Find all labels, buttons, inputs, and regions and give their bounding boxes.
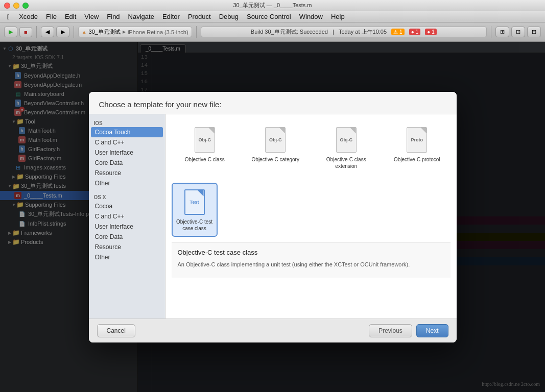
menu-source-control[interactable]: Source Control [243,13,295,20]
selected-template-name: Objective-C test case class [178,248,444,258]
view-toggle-right[interactable]: ⊟ [527,27,541,37]
device-name: iPhone Retina (3.5-inch) [128,29,188,35]
apple-menu[interactable]:  [2,13,15,21]
minimize-button[interactable] [13,3,19,9]
modal-sidebar-osx-c-cpp[interactable]: C and C++ [89,211,165,222]
modal-sidebar: iOS Cocoa Touch C and C++ User Interface… [89,114,165,318]
objc-category-icon: Obj-C [263,126,288,154]
next-button[interactable]: Next [416,324,448,337]
modal-overlay: Choose a template for your new file: iOS… [0,42,545,392]
menu-file[interactable]: File [42,13,61,20]
new-file-modal: Choose a template for your new file: iOS… [89,92,457,342]
selected-template-description: An Objective-C class implementing a unit… [178,260,444,269]
traffic-lights[interactable] [4,3,29,9]
modal-title: Choose a template for your new file: [99,100,446,109]
modal-sidebar-cocoa-touch[interactable]: Cocoa Touch [91,127,163,137]
template-objc-protocol[interactable]: Proto Objective-C protocol [384,120,451,175]
toolbar-separator-1 [36,26,37,38]
objc-extension-icon: Obj-C [334,126,359,154]
objc-test-label: Objective-C test case class [175,218,215,232]
objc-test-icon: Test [182,188,207,216]
objc-class-label: Objective-C class [185,156,225,163]
modal-sidebar-cocoa[interactable]: Cocoa [89,201,165,211]
title-bar: 30_单元测试 — _0____Tests.m [0,0,545,11]
modal-sidebar-user-interface[interactable]: User Interface [89,148,165,158]
template-objc-category[interactable]: Obj-C Objective-C category [242,120,309,175]
toolbar-separator-3 [196,26,197,38]
modal-sidebar-c-cpp[interactable]: C and C++ [89,137,165,148]
modal-sidebar-resource[interactable]: Resource [89,168,165,178]
template-objc-extension[interactable]: Obj-C Objective-C class extension [313,120,380,175]
menu-bar:  Xcode File Edit View Find Navigate Edi… [0,11,545,22]
template-grid: Obj-C Objective-C class Obj-C [172,120,451,175]
back-button[interactable]: ◀ [41,27,54,37]
menu-xcode[interactable]: Xcode [15,13,42,20]
modal-footer: Cancel Previous Next [89,318,457,342]
menu-edit[interactable]: Edit [61,13,80,20]
forward-button[interactable]: ▶ [56,27,69,37]
menu-window[interactable]: Window [295,13,327,20]
scheme-selector[interactable]: ▲ 30_单元测试 ▶ iPhone Retina (3.5-inch) [78,27,192,37]
previous-button[interactable]: Previous [369,324,412,337]
menu-product[interactable]: Product [184,13,215,20]
menu-view[interactable]: View [80,13,103,20]
error-badge-2: ● 1 [425,29,436,35]
view-toggle-center[interactable]: ⊡ [511,27,525,37]
modal-header: Choose a template for your new file: [89,92,457,114]
ios-section-label: iOS [89,118,165,127]
window-title: 30_单元测试 — _0____Tests.m [233,2,312,9]
template-description-area: Objective-C test case class An Objective… [172,242,451,278]
objc-category-label: Objective-C category [252,156,299,163]
modal-sidebar-osx-other[interactable]: Other [89,252,165,262]
template-objc-class[interactable]: Obj-C Objective-C class [172,120,239,175]
modal-sidebar-core-data[interactable]: Core Data [89,158,165,168]
objc-protocol-label: Objective-C protocol [394,156,440,163]
view-toggle-left[interactable]: ⊞ [495,27,509,37]
osx-section-label: OS X [89,192,165,201]
error-badge-1: ● 1 [409,29,420,35]
modal-sidebar-osx-resource[interactable]: Resource [89,242,165,252]
scheme-name: 30_单元测试 [89,28,121,36]
objc-class-icon: Obj-C [193,126,217,154]
modal-footer-right: Previous Next [369,324,448,337]
menu-debug[interactable]: Debug [215,13,243,20]
objc-protocol-icon: Proto [405,126,429,154]
build-status: Build 30_单元测试: Succeeded | Today at 上午10… [201,27,487,37]
menu-find[interactable]: Find [103,13,124,20]
objc-extension-label: Objective-C class extension [316,156,377,169]
template-objc-test[interactable]: Test Objective-C test case class [172,183,218,237]
menu-editor[interactable]: Editor [158,13,184,20]
stop-button[interactable]: ■ [19,27,32,37]
toolbar-separator-2 [74,26,74,38]
modal-sidebar-osx-core-data[interactable]: Core Data [89,232,165,242]
toolbar: ▶ ■ ◀ ▶ ▲ 30_单元测试 ▶ iPhone Retina (3.5-i… [0,22,545,42]
warning-badge: ⚠ 1 [391,29,404,35]
run-button[interactable]: ▶ [4,27,17,37]
menu-navigate[interactable]: Navigate [124,13,158,20]
cancel-button[interactable]: Cancel [97,324,135,337]
modal-sidebar-other[interactable]: Other [89,178,165,188]
modal-content: Obj-C Objective-C class Obj-C [165,114,457,318]
template-row-2: Test Objective-C test case class [172,183,451,237]
menu-help[interactable]: Help [327,13,349,20]
maximize-button[interactable] [22,3,29,9]
toolbar-separator-4 [491,26,491,38]
modal-sidebar-osx-user-interface[interactable]: User Interface [89,222,165,232]
modal-body: iOS Cocoa Touch C and C++ User Interface… [89,114,457,318]
close-button[interactable] [4,3,10,9]
